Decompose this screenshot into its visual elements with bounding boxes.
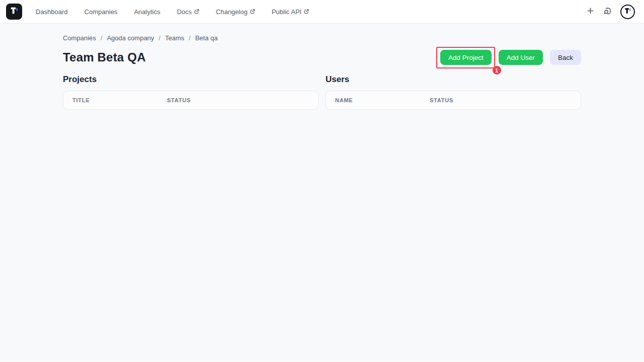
breadcrumb-beta-qa[interactable]: Beta qa xyxy=(195,34,218,42)
users-column-status: Status xyxy=(430,97,572,103)
external-link-icon xyxy=(194,9,199,14)
back-button[interactable]: Back xyxy=(550,50,581,65)
breadcrumb-separator: / xyxy=(101,34,103,42)
nav-item-dashboard[interactable]: Dashboard xyxy=(36,8,68,16)
nav-item-companies[interactable]: Companies xyxy=(85,8,118,16)
breadcrumb: Companies / Agoda company / Teams / Beta… xyxy=(63,34,581,42)
users-section-title: Users xyxy=(326,75,581,85)
page-title: Team Beta QA xyxy=(63,50,146,64)
add-project-annotation-wrap: Add Project 1 xyxy=(440,50,492,65)
external-link-icon xyxy=(304,9,309,14)
breadcrumb-teams[interactable]: Teams xyxy=(165,34,184,42)
annotation-step-badge: 1 xyxy=(493,66,501,75)
projects-table: Title Status xyxy=(63,91,318,110)
external-link-icon xyxy=(250,9,255,14)
breadcrumb-agoda-company[interactable]: Agoda company xyxy=(107,34,154,42)
nav-links: Dashboard Companies Analytics Docs Chang… xyxy=(36,8,309,16)
add-button[interactable] xyxy=(587,7,594,16)
add-project-button[interactable]: Add Project xyxy=(440,50,492,65)
nav-item-analytics[interactable]: Analytics xyxy=(134,8,160,16)
sections-grid: Projects Title Status Users Name Status xyxy=(63,75,581,110)
app-logo-icon xyxy=(9,6,19,18)
main-content: Companies / Agoda company / Teams / Beta… xyxy=(63,24,581,110)
add-user-button[interactable]: Add User xyxy=(499,50,543,65)
breadcrumb-companies[interactable]: Companies xyxy=(63,34,96,42)
page-actions: Add Project 1 Add User Back xyxy=(440,50,581,65)
nav-right-actions xyxy=(587,5,638,19)
top-navigation: Dashboard Companies Analytics Docs Chang… xyxy=(0,0,644,24)
projects-section-title: Projects xyxy=(63,75,318,85)
user-avatar[interactable] xyxy=(620,5,635,19)
users-section: Users Name Status xyxy=(326,75,581,110)
projects-column-status: Status xyxy=(167,97,309,103)
search-icon xyxy=(603,7,612,17)
nav-item-changelog[interactable]: Changelog xyxy=(216,8,255,16)
title-row: Team Beta QA Add Project 1 Add User Back xyxy=(63,50,581,65)
nav-item-public-api[interactable]: Public API xyxy=(272,8,309,16)
search-button[interactable] xyxy=(603,7,612,17)
breadcrumb-separator: / xyxy=(189,34,191,42)
users-column-name: Name xyxy=(335,97,430,103)
breadcrumb-separator: / xyxy=(158,34,160,42)
projects-section: Projects Title Status xyxy=(63,75,318,110)
avatar-logo-icon xyxy=(623,7,632,17)
nav-item-docs[interactable]: Docs xyxy=(177,8,199,16)
plus-icon xyxy=(587,7,594,16)
projects-column-title: Title xyxy=(72,97,167,103)
users-table: Name Status xyxy=(326,91,581,110)
app-logo[interactable] xyxy=(6,4,22,20)
